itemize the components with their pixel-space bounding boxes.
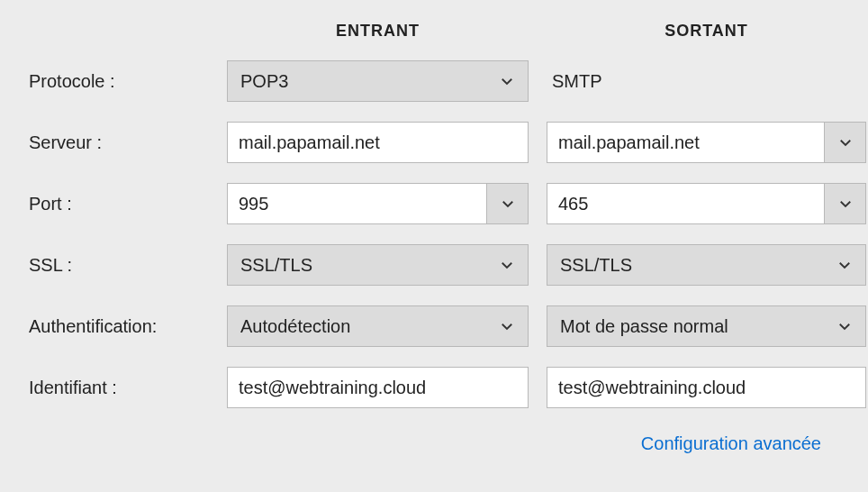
incoming-port-dropdown-button[interactable] bbox=[486, 184, 528, 223]
outgoing-ssl-value: SSL/TLS bbox=[560, 255, 632, 276]
incoming-port-value: 995 bbox=[228, 184, 486, 223]
outgoing-port-dropdown-button[interactable] bbox=[824, 184, 865, 223]
chevron-down-icon bbox=[836, 257, 853, 273]
outgoing-protocol-value: SMTP bbox=[547, 71, 866, 92]
username-label: Identifiant : bbox=[29, 378, 209, 398]
incoming-username-input[interactable]: test@webtraining.cloud bbox=[227, 367, 529, 408]
incoming-server-value: mail.papamail.net bbox=[239, 132, 380, 153]
outgoing-port-combo[interactable]: 465 bbox=[547, 183, 866, 224]
chevron-down-icon bbox=[837, 134, 854, 150]
incoming-username-value: test@webtraining.cloud bbox=[239, 378, 426, 398]
mail-server-grid: ENTRANT SORTANT Protocole : POP3 SMTP Se… bbox=[29, 22, 839, 408]
chevron-down-icon bbox=[499, 73, 515, 89]
outgoing-port-value: 465 bbox=[547, 184, 824, 223]
outgoing-username-input[interactable]: test@webtraining.cloud bbox=[547, 367, 866, 408]
advanced-config-link[interactable]: Configuration avancée bbox=[641, 433, 821, 454]
outgoing-auth-value: Mot de passe normal bbox=[560, 316, 728, 337]
chevron-down-icon bbox=[836, 318, 853, 334]
incoming-header: ENTRANT bbox=[227, 22, 529, 41]
auth-label: Authentification: bbox=[29, 316, 209, 337]
protocol-label: Protocole : bbox=[29, 71, 209, 92]
incoming-port-combo[interactable]: 995 bbox=[227, 183, 529, 224]
outgoing-ssl-select[interactable]: SSL/TLS bbox=[547, 244, 866, 286]
server-label: Serveur : bbox=[29, 132, 209, 153]
incoming-ssl-value: SSL/TLS bbox=[240, 255, 312, 276]
outgoing-username-value: test@webtraining.cloud bbox=[558, 378, 746, 398]
port-label: Port : bbox=[29, 194, 209, 214]
outgoing-auth-select[interactable]: Mot de passe normal bbox=[547, 305, 866, 347]
chevron-down-icon bbox=[837, 196, 854, 212]
outgoing-server-dropdown-button[interactable] bbox=[824, 123, 865, 162]
outgoing-server-combo[interactable]: mail.papamail.net bbox=[547, 122, 866, 163]
chevron-down-icon bbox=[499, 257, 515, 273]
chevron-down-icon bbox=[499, 318, 515, 334]
outgoing-server-value: mail.papamail.net bbox=[547, 123, 824, 162]
incoming-auth-value: Autodétection bbox=[240, 316, 350, 337]
chevron-down-icon bbox=[500, 196, 516, 212]
incoming-auth-select[interactable]: Autodétection bbox=[227, 305, 529, 347]
outgoing-header: SORTANT bbox=[547, 22, 866, 41]
footer: Configuration avancée bbox=[29, 433, 839, 454]
ssl-label: SSL : bbox=[29, 255, 209, 276]
incoming-ssl-select[interactable]: SSL/TLS bbox=[227, 244, 529, 286]
incoming-protocol-select[interactable]: POP3 bbox=[227, 60, 529, 102]
incoming-server-input[interactable]: mail.papamail.net bbox=[227, 122, 529, 163]
incoming-protocol-value: POP3 bbox=[240, 71, 288, 92]
